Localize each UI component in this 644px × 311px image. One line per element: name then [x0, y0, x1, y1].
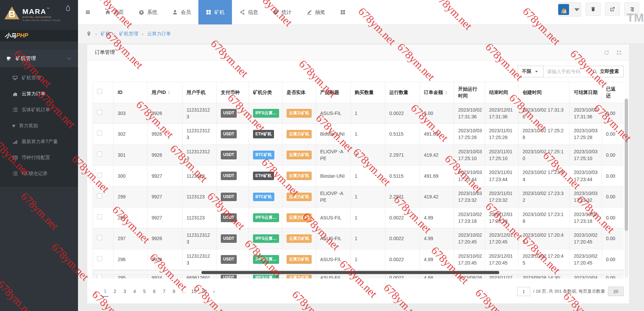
page-number[interactable]: 7 — [161, 286, 168, 296]
page-number[interactable]: … — [180, 286, 187, 296]
pagination-bar: «12345678…1516» / 16 页, 共 301 条数据, 每页显示数… — [93, 285, 624, 298]
column-header: 购买数量 — [351, 82, 385, 103]
nav-item-6[interactable]: 抽奖 — [299, 0, 333, 24]
page-prev[interactable]: « — [93, 286, 99, 296]
sidebar-item-3[interactable]: ♥算力奖励 — [0, 118, 78, 134]
page-number[interactable]: 5 — [141, 286, 148, 296]
type-filter-dropdown[interactable]: 不限 — [518, 66, 544, 77]
select-all-checkbox[interactable] — [97, 89, 102, 94]
row-checkbox[interactable] — [97, 256, 102, 261]
cell-product: Biostar-UNI — [320, 131, 345, 137]
sidebar-toggle-button[interactable] — [78, 0, 98, 24]
category-badge: BTC矿机 — [253, 151, 274, 159]
search-button[interactable]: 立即搜索 — [588, 66, 624, 77]
breadcrumb-link[interactable]: 云算力订单 — [147, 31, 171, 37]
page-number[interactable]: 6 — [151, 286, 158, 296]
nav-item-1[interactable]: 系统 — [131, 0, 165, 24]
sidebar-item-label: 币种行情配置 — [22, 155, 50, 161]
cell-settle: 2023/10/03 17:25:10 — [574, 149, 598, 161]
droplet-icon — [65, 5, 71, 13]
nav-item-4[interactable]: 信息 — [232, 0, 266, 24]
sidebar-item-2[interactable]: 实体矿机订单 — [0, 102, 78, 118]
page-number[interactable]: 15 — [190, 286, 198, 296]
apps-grid-button[interactable] — [333, 0, 353, 24]
page-number[interactable]: 3 — [121, 286, 128, 296]
sort-icon[interactable]: ▲▼ — [168, 91, 170, 95]
phone-search-input[interactable] — [544, 66, 588, 77]
vertical-scrollbar[interactable] — [625, 98, 628, 278]
row-checkbox[interactable] — [97, 193, 102, 198]
page-number[interactable]: 2 — [112, 286, 118, 296]
nav-item-label: 系统 — [147, 9, 157, 16]
orders-table-zone: ID用户ID▲▼用户手机支付币种矿机分类是否实体产品标题购买数量运行数量订单金额… — [93, 82, 624, 278]
nav-item-0[interactable]: 首页 — [98, 0, 131, 24]
vertical-scrollbar-thumb[interactable] — [625, 99, 628, 231]
cell-id: 301 — [118, 152, 125, 158]
cell-amount: 419.42 — [424, 152, 438, 158]
nav-item-label: 抽奖 — [315, 9, 325, 16]
row-checkbox[interactable] — [97, 274, 102, 278]
sidebar-item-1[interactable]: 云算力订单 — [0, 86, 78, 102]
open-frontend-button[interactable] — [605, 2, 620, 16]
sidebar-item-5[interactable]: 币种行情配置 — [0, 150, 78, 166]
column-header-label: 矿机分类 — [253, 90, 272, 95]
cell-product: ASUS-FIL — [320, 275, 341, 278]
user-menu[interactable] — [559, 2, 581, 17]
logo-title: MARA — [22, 7, 46, 15]
cell-amount: 5.00 — [424, 111, 433, 116]
sidebar-item-label: 算力奖励 — [19, 123, 38, 129]
gear-icon — [139, 9, 144, 15]
row-checkbox[interactable] — [97, 110, 102, 115]
cell-created: 2023/10/02 17:31:36 — [523, 107, 564, 119]
page-number[interactable]: 1 — [102, 286, 109, 297]
nav-item-2[interactable]: 会员 — [165, 0, 198, 24]
sort-icon[interactable]: ▲▼ — [445, 91, 447, 95]
row-checkbox[interactable] — [97, 214, 102, 219]
row-checkbox[interactable] — [97, 131, 102, 136]
sidebar-parent-mining-management[interactable]: 矿机管理 — [0, 50, 78, 67]
page-number[interactable]: 8 — [171, 286, 177, 296]
svg-text:B: B — [8, 9, 15, 19]
nav-item-3[interactable]: 矿机 — [198, 0, 232, 24]
cell-settle: 2023/10/04 — [574, 275, 598, 278]
cell-returned: 0.00 — [606, 194, 615, 199]
page-number[interactable]: 4 — [131, 286, 138, 296]
cell-settle: 2023/10/03 17:23:32 — [574, 191, 598, 203]
cell-user_id: 9927 — [152, 215, 162, 220]
sidebar-item-0[interactable]: 矿机管理 — [0, 70, 78, 86]
entity-badge: 云算力矿机 — [287, 109, 312, 117]
breadcrumb-link[interactable]: 矿机 — [101, 31, 110, 37]
cell-phone: 1123123123 — [187, 128, 210, 140]
row-checkbox[interactable] — [97, 235, 102, 240]
horizontal-scrollbar[interactable] — [93, 270, 623, 275]
refresh-icon[interactable] — [604, 50, 609, 55]
page-next[interactable]: » — [211, 286, 217, 296]
cell-start: 2023/10/03 17:25:28 — [458, 128, 482, 140]
column-header: 用户手机 — [182, 82, 217, 103]
sidebar-item-4[interactable]: 最新算力单T产量 — [0, 134, 78, 150]
breadcrumb-link[interactable]: 矿机管理 — [119, 31, 138, 37]
cell-settle: 2023/10/02 17:20:45 — [574, 232, 598, 245]
admin-page: { "watermark": { "text": "678ym.net", "t… — [0, 0, 644, 311]
nav-item-5[interactable]: 统计 — [266, 0, 299, 24]
pen-icon — [307, 9, 312, 15]
row-checkbox[interactable] — [97, 173, 102, 178]
clear-cache-button[interactable] — [586, 2, 601, 16]
sidebar-item-6[interactable]: FIL锁仓记录 — [0, 166, 78, 181]
cell-phone: 1123123123 — [187, 232, 210, 245]
fullscreen-icon[interactable] — [616, 50, 622, 55]
cell-user_id: 9926 — [152, 111, 162, 116]
cell-user_id: 9927 — [152, 173, 162, 179]
column-header-label: 创建时间 — [523, 90, 542, 95]
column-header-label: 可结算日期 — [574, 90, 598, 95]
horizontal-scrollbar-thumb[interactable] — [201, 271, 499, 274]
page-size-select[interactable]: 20 — [608, 287, 624, 296]
page-number[interactable]: 16 — [200, 286, 208, 296]
cell-id: 296 — [118, 257, 125, 262]
log-panel-button[interactable] — [624, 2, 639, 16]
cell-run: 2.2971 — [389, 152, 404, 158]
page-number-input[interactable] — [517, 287, 530, 296]
cell-amount: 491.69 — [424, 173, 438, 179]
row-checkbox[interactable] — [97, 152, 102, 157]
cell-user_id: 9926 — [152, 131, 162, 137]
